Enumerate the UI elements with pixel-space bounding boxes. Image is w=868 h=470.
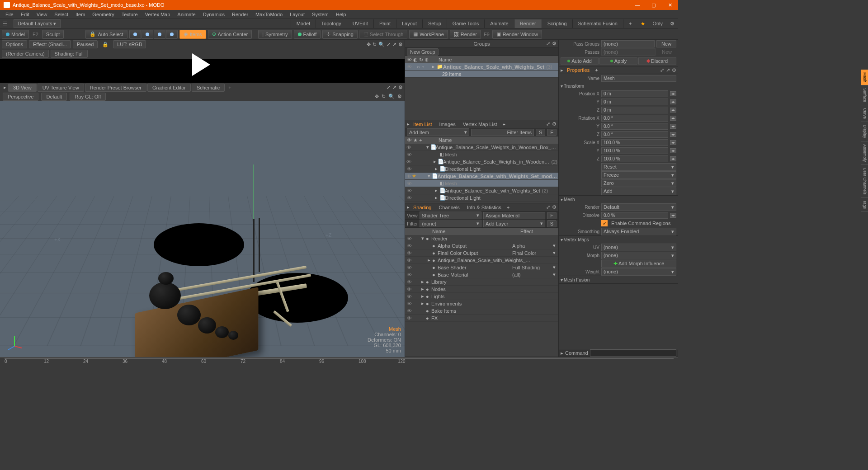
filter-items-input[interactable]: Filter Items [471,129,533,136]
menu-select[interactable]: Select [51,11,72,18]
render-dropdown[interactable]: Default▾ [601,203,676,211]
items-mode-button[interactable]: ◉Items [179,30,206,39]
new-group-button[interactable]: New Group [407,48,439,56]
view-tab-render-preset-browser[interactable]: Render Preset Browser [85,84,146,92]
freeze-dropdown[interactable]: Freeze▾ [601,171,676,179]
shader-tree-dropdown[interactable]: Shader Tree▾ [420,212,481,219]
pos-y-input[interactable]: 0 m [601,99,668,105]
scale-x-input[interactable]: 100.0 % [601,139,668,146]
auto-select-button[interactable]: 🔒Auto Select [85,30,127,39]
model-mode-button[interactable]: Model [2,30,29,39]
expand-icon[interactable]: ⤢ [546,204,550,210]
menu-file[interactable]: File [2,11,17,18]
add-tab-button[interactable]: + [593,67,599,73]
rot-y-input[interactable]: 0.0 ° [601,123,668,130]
pos-z-input[interactable]: 0 m [601,107,668,113]
action-center-button[interactable]: ⊕Action Center [208,30,252,39]
preview-effect-button[interactable]: Effect: (Shadi... [29,40,71,48]
timeline[interactable]: 01224364860728496108120 [0,357,678,367]
item-row[interactable]: 👁◧Mesh [405,151,558,158]
render-button[interactable]: 🖼Render [450,30,481,39]
weight-dropdown[interactable]: (none)▾ [601,268,676,276]
new-pass-button[interactable]: New [656,40,676,47]
shader-row[interactable]: 👁●Alpha OutputAlpha▾ [405,242,558,249]
menu-layout[interactable]: Layout [286,11,308,18]
shader-row[interactable]: 👁▸●Environments [405,300,558,307]
layout-tab-render[interactable]: Render [514,19,542,28]
mesh-fusion-section[interactable]: Mesh Fusion [559,276,678,283]
enable-cmd-checkbox[interactable]: ✓ [601,220,608,226]
perspective-button[interactable]: Perspective [3,93,38,101]
item-row[interactable]: 👁▸📄Antique_Balance_Scale_with_Weights_Se… [405,187,558,194]
arrow-icon[interactable]: ↗ [666,67,670,73]
view-tab-schematic[interactable]: Schematic [192,84,225,92]
maximize-button[interactable]: ▢ [646,0,662,10]
view-tab-3d-view[interactable]: 3D View [8,84,37,92]
rot-x-input[interactable]: 0.0 ° [601,115,668,122]
gear-icon[interactable]: ⚙ [552,121,557,127]
preview-lut-button[interactable]: LUT: sRGB [113,40,146,48]
menu-render[interactable]: Render [228,11,252,18]
rot-z-input[interactable]: 0.0 ° [601,131,668,138]
shading-default-button[interactable]: Default [41,93,67,101]
menu-view[interactable]: View [33,11,51,18]
item-row[interactable]: 👁▾📄Antique_Balance_Scale_Weights_in_Wood… [405,144,558,151]
shader-row[interactable]: 👁▸●Library [405,278,558,286]
menu-help[interactable]: Help [332,11,350,18]
assign-material-button[interactable]: Assign Material [483,212,545,219]
raygl-button[interactable]: Ray GL: Off [70,93,106,101]
axis-gizmo[interactable] [5,334,24,352]
collapse-icon[interactable]: ▸ [2,85,8,90]
smoothing-dropdown[interactable]: Always Enabled▾ [601,228,676,235]
apply-button[interactable]: Apply [599,57,637,65]
itemlist-tab-images[interactable]: Images [436,121,459,128]
layout-tab-schematic-fusion[interactable]: Schematic Fusion [572,19,623,28]
gear-icon[interactable]: ⚙ [552,204,557,210]
itemlist-tab-vertex-map-list[interactable]: Vertex Map List [459,121,501,128]
preview-camera-button[interactable]: (Render Camera) [2,50,49,58]
menu-texture[interactable]: Texture [118,11,142,18]
vertex-mode-button[interactable] [129,30,141,39]
layout-tab-layout[interactable]: Layout [396,19,422,28]
edge-mode-button[interactable] [142,30,153,39]
menu-item[interactable]: Item [72,11,89,18]
filter-f-button[interactable]: F [547,212,557,219]
add-tab-button[interactable]: + [226,85,234,90]
layout-tab-paint[interactable]: Paint [373,19,396,28]
add-tab-button[interactable]: + [505,205,511,210]
layout-tab-game-tools[interactable]: Game Tools [447,19,485,28]
uv-dropdown[interactable]: (none)▾ [601,244,676,251]
mesh-name-input[interactable] [601,75,676,82]
scale-y-input[interactable]: 100.0 % [601,147,668,154]
add-dropdown[interactable]: Add▾ [601,188,676,195]
vertex-maps-section[interactable]: Vertex Maps [559,236,678,243]
pass-groups-dropdown[interactable]: (none) [601,40,655,47]
discard-button[interactable]: Discard [638,57,676,65]
item-row[interactable]: 👁▸📄Directional Light [405,165,558,173]
layout-tab-scripting[interactable]: Scripting [542,19,572,28]
shading-s-button[interactable]: S [547,220,557,227]
poly-mode-button[interactable] [154,30,165,39]
add-tab-button[interactable]: + [500,122,507,127]
view-tab-uv-texture-view[interactable]: UV Texture View [38,84,84,92]
layout-dropdown[interactable]: Default Layouts ▾ [14,19,61,28]
scale-z-input[interactable]: 100.0 % [601,155,668,162]
gear-icon[interactable]: ⚙ [398,42,403,47]
close-button[interactable]: ✕ [662,0,678,10]
filter-f-button[interactable]: F [547,129,557,136]
gear-icon[interactable]: ⚙ [398,85,403,90]
expand-icon[interactable]: ⤢ [660,67,664,73]
shader-row[interactable]: 👁▸●Antique_Balance_Scale_with_Weights_… [405,257,558,264]
preview-paused-button[interactable]: Paused [73,40,98,48]
menu-vertex-map[interactable]: Vertex Map [142,11,174,18]
menu-geometry[interactable]: Geometry [89,11,118,18]
shader-row[interactable]: 👁▾●Render [405,235,558,242]
3d-viewport[interactable]: +X +Z Mesh [0,101,405,357]
expand-icon[interactable]: ⤢ [387,42,391,47]
falloff-button[interactable]: Falloff [294,30,321,39]
eye-icon[interactable]: 👁 [407,57,412,62]
gear-icon[interactable]: ⚙ [666,19,678,28]
collapse-icon[interactable]: ▸ [561,350,563,356]
move-icon[interactable]: ✥ [367,42,371,47]
preview-options-button[interactable]: Options [2,40,27,48]
